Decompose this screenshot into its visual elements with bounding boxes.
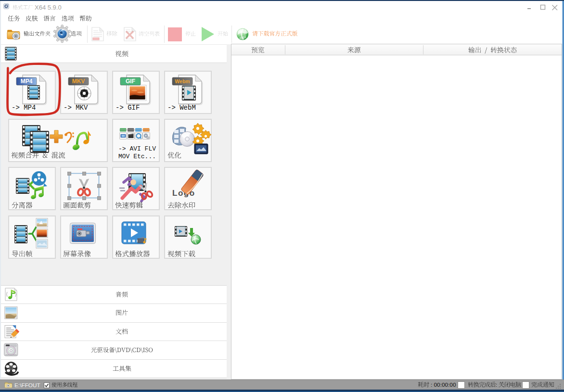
svg-text:GIF: GIF: [126, 78, 135, 85]
svg-text:MKV: MKV: [72, 78, 85, 85]
svg-text:Webm: Webm: [175, 78, 190, 84]
